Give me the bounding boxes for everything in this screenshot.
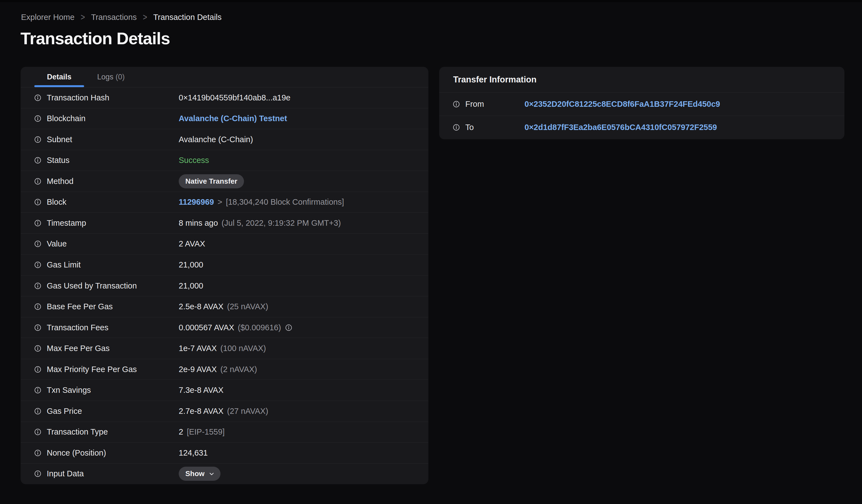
status-text: Success (179, 156, 209, 165)
detail-row: Input Data Show (21, 463, 428, 485)
row-label: Nonce (Position) (47, 448, 106, 457)
details-row-list: Transaction Hash 0×1419b04559bf140ab8...… (21, 88, 428, 484)
row-label-zone: Block (34, 198, 179, 207)
row-value: 21,000 (179, 281, 203, 290)
detail-row: Transaction Fees 0.000567 AVAX($0.009616… (21, 317, 428, 338)
row-value-note: (2 nAVAX) (221, 365, 257, 374)
detail-row: Timestamp 8 mins ago(Jul 5, 2022, 9:19:3… (21, 212, 428, 234)
detail-row: Txn Savings 7.3e-8 AVAX (21, 380, 428, 400)
tab-logs[interactable]: Logs (0) (90, 67, 132, 87)
row-label-zone: Max Fee Per Gas (34, 344, 179, 353)
row-value-zone: 21,000 (179, 281, 203, 290)
row-label: From (465, 100, 484, 109)
info-icon[interactable] (34, 428, 41, 435)
row-value: 2 (179, 427, 183, 437)
detail-row: Subnet Avalanche (C-Chain) (21, 129, 428, 150)
fee-tooltip-info-icon[interactable] (285, 324, 292, 331)
row-label-zone: Transaction Type (34, 427, 179, 437)
info-icon[interactable] (34, 262, 41, 268)
row-value-zone: 0×1419b04559bf140ab8...a19e (179, 93, 290, 102)
info-icon[interactable] (34, 136, 41, 143)
row-value: 0.000567 AVAX (179, 323, 234, 332)
info-icon[interactable] (34, 178, 41, 185)
detail-row: Status Success (21, 150, 428, 171)
row-label-zone: Blockchain (34, 114, 179, 123)
info-icon[interactable] (453, 124, 460, 131)
row-label: Max Fee Per Gas (47, 344, 109, 353)
row-value-note: (Jul 5, 2022, 9:19:32 PM GMT+3) (222, 218, 341, 228)
info-icon[interactable] (453, 101, 460, 108)
transfer-card-title: Transfer Information (453, 75, 536, 85)
info-icon[interactable] (34, 303, 41, 310)
row-value-zone: 1e-7 AVAX(100 nAVAX) (179, 344, 266, 353)
row-label: Transaction Fees (47, 323, 108, 332)
row-value-zone: Avalanche (C-Chain) (179, 135, 253, 144)
row-value-note: (27 nAVAX) (227, 407, 268, 416)
detail-row: Method Native Transfer (21, 171, 428, 192)
row-value: 124,631 (179, 448, 208, 457)
window-top-edge (0, 0, 862, 2)
info-icon[interactable] (34, 220, 41, 227)
row-label: Transaction Type (47, 427, 108, 437)
tab-details[interactable]: Details (34, 67, 84, 87)
row-label-zone: Value (34, 239, 179, 248)
row-label: Value (47, 239, 67, 248)
row-value: 8 mins ago (179, 218, 218, 228)
row-value-zone: Native Transfer (179, 174, 244, 188)
detail-row: Max Fee Per Gas 1e-7 AVAX(100 nAVAX) (21, 338, 428, 359)
breadcrumb-link-explorer-home[interactable]: Explorer Home (21, 12, 75, 22)
row-label-zone: Txn Savings (34, 386, 179, 395)
info-icon[interactable] (34, 240, 41, 247)
row-label-zone: Timestamp (34, 218, 179, 228)
detail-row: Block 11296969>[18,304,240 Block Confirm… (21, 192, 428, 213)
info-icon[interactable] (34, 470, 41, 477)
method-badge: Native Transfer (179, 174, 244, 188)
row-label: Max Priority Fee Per Gas (47, 365, 137, 374)
row-value-link[interactable]: 11296969 (179, 198, 214, 207)
row-value-zone: Avalanche (C-Chain) Testnet (179, 114, 287, 123)
row-value-note: [18,304,240 Block Confirmations] (226, 198, 344, 207)
detail-row: Transaction Hash 0×1419b04559bf140ab8...… (21, 88, 428, 108)
row-value-link[interactable]: 0×2352D20fC81225c8ECD8f6FaA1B37F24FEd450… (524, 100, 720, 109)
row-label: Gas Limit (47, 260, 80, 269)
info-icon[interactable] (34, 94, 41, 101)
row-label-zone: Subnet (34, 135, 179, 144)
info-icon[interactable] (34, 115, 41, 122)
info-icon[interactable] (34, 366, 41, 373)
info-icon[interactable] (34, 324, 41, 331)
row-label: Gas Price (47, 407, 82, 416)
detail-row: From 0×2352D20fC81225c8ECD8f6FaA1B37F24F… (439, 93, 844, 116)
row-value-note: [EIP-1559] (187, 427, 225, 437)
tab-logs-count: (0) (116, 73, 125, 81)
detail-row: Value 2 AVAX (21, 234, 428, 254)
info-icon[interactable] (34, 387, 41, 394)
row-value: 2e-9 AVAX (179, 365, 217, 374)
breadcrumb-link-transactions[interactable]: Transactions (91, 12, 137, 22)
row-label: Gas Used by Transaction (47, 281, 137, 290)
row-label: Subnet (47, 135, 72, 144)
info-icon[interactable] (34, 450, 41, 456)
row-value-zone: 7.3e-8 AVAX (179, 386, 223, 395)
row-label-zone: Gas Used by Transaction (34, 281, 179, 290)
info-icon[interactable] (34, 282, 41, 289)
row-value-zone: 2e-9 AVAX(2 nAVAX) (179, 365, 257, 374)
chevron-right-icon: > (143, 11, 147, 24)
row-label-zone: Nonce (Position) (34, 448, 179, 457)
row-label-zone: Transaction Fees (34, 323, 179, 332)
detail-row: Max Priority Fee Per Gas 2e-9 AVAX(2 nAV… (21, 359, 428, 380)
page-title: Transaction Details (21, 29, 170, 48)
row-label: Status (47, 156, 69, 165)
info-icon[interactable] (34, 157, 41, 164)
row-value-link[interactable]: Avalanche (C-Chain) Testnet (179, 114, 287, 123)
show-input-data-button[interactable]: Show (179, 467, 221, 481)
detail-row: Gas Limit 21,000 (21, 254, 428, 275)
row-label: Method (47, 177, 74, 186)
transaction-details-card: Details Logs (0) Transaction Hash 0×1419… (21, 67, 428, 484)
info-icon[interactable] (34, 408, 41, 415)
row-label-zone: From (453, 100, 524, 109)
row-value-zone: 124,631 (179, 448, 208, 457)
info-icon[interactable] (34, 345, 41, 352)
row-value-zone: Show (179, 467, 221, 481)
row-value-link[interactable]: 0×2d1d87fF3Ea2ba6E0576bCA4310fC057972F25… (524, 123, 717, 132)
info-icon[interactable] (34, 199, 41, 205)
